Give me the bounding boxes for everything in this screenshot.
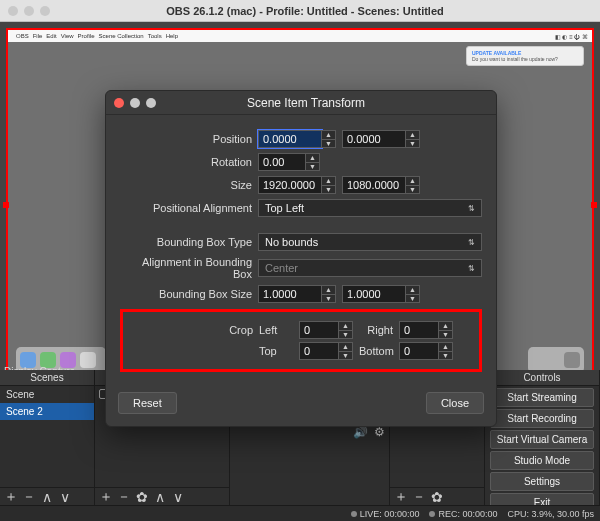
menu-item: Help	[166, 33, 178, 39]
gear-icon[interactable]: ⚙	[374, 425, 385, 439]
stepper-up-icon[interactable]: ▲	[322, 177, 335, 185]
rotation-label: Rotation	[120, 156, 252, 168]
crop-left-input[interactable]	[299, 321, 339, 339]
stepper-up-icon[interactable]: ▲	[439, 343, 452, 351]
start-recording-button[interactable]: Start Recording	[490, 409, 595, 428]
size-h-input[interactable]	[342, 176, 406, 194]
menu-item: View	[61, 33, 74, 39]
crop-bottom-input[interactable]	[399, 342, 439, 360]
scene-item[interactable]: Scene	[0, 386, 94, 403]
start-streaming-button[interactable]: Start Streaming	[490, 388, 595, 407]
crop-right-label: Right	[359, 324, 393, 336]
stepper-up-icon[interactable]: ▲	[339, 322, 352, 330]
positional-alignment-select[interactable]: Top Left⇅	[258, 199, 482, 217]
close-button[interactable]: Close	[426, 392, 484, 414]
live-indicator-icon	[351, 511, 357, 517]
bb-alignment-label: Alignment in Bounding Box	[120, 256, 252, 280]
menu-item: OBS	[16, 33, 29, 39]
bounding-box-type-label: Bounding Box Type	[120, 236, 252, 248]
start-virtual-camera-button[interactable]: Start Virtual Camera	[490, 430, 595, 449]
stepper-up-icon[interactable]: ▲	[439, 322, 452, 330]
combo-value: Center	[265, 262, 298, 274]
stepper-down-icon[interactable]: ▼	[439, 351, 452, 360]
stepper-down-icon[interactable]: ▼	[322, 294, 335, 303]
app-titlebar: OBS 26.1.2 (mac) - Profile: Untitled - S…	[0, 0, 600, 22]
close-window-icon[interactable]	[8, 6, 18, 16]
rec-status: REC: 00:00:00	[429, 509, 497, 519]
positional-alignment-label: Positional Alignment	[120, 202, 252, 214]
stepper-up-icon[interactable]: ▲	[322, 131, 335, 139]
remove-transition-button[interactable]: －	[412, 488, 426, 506]
stepper-down-icon[interactable]: ▼	[322, 185, 335, 194]
stepper-down-icon[interactable]: ▼	[339, 351, 352, 360]
scene-down-button[interactable]: ∨	[58, 489, 72, 505]
stepper-down-icon[interactable]: ▼	[439, 330, 452, 339]
captured-notification: UPDATE AVAILABLE Do you want to install …	[466, 46, 584, 66]
stepper-up-icon[interactable]: ▲	[406, 177, 419, 185]
speaker-icon[interactable]: 🔊	[353, 425, 368, 439]
crop-top-input[interactable]	[299, 342, 339, 360]
crop-right-input[interactable]	[399, 321, 439, 339]
source-up-button[interactable]: ∧	[153, 489, 167, 505]
sources-toolbar: ＋ － ✿ ∧ ∨	[95, 487, 229, 505]
size-label: Size	[120, 179, 252, 191]
live-status: LIVE: 00:00:00	[351, 509, 420, 519]
stepper-down-icon[interactable]: ▼	[406, 185, 419, 194]
studio-mode-button[interactable]: Studio Mode	[490, 451, 595, 470]
stepper-up-icon[interactable]: ▲	[339, 343, 352, 351]
add-scene-button[interactable]: ＋	[4, 488, 18, 506]
scenes-list[interactable]: Scene Scene 2	[0, 386, 94, 487]
crop-highlight-box: Crop Left ▲▼ Right ▲▼ Top ▲▼ Bottom ▲▼	[120, 309, 482, 372]
bounding-box-type-select[interactable]: No bounds⇅	[258, 233, 482, 251]
menu-item: Edit	[46, 33, 56, 39]
resize-handle-left[interactable]	[3, 202, 9, 208]
menu-item: Scene Collection	[99, 33, 144, 39]
bb-size-h-input[interactable]	[342, 285, 406, 303]
stepper-down-icon[interactable]: ▼	[406, 139, 419, 148]
stepper-up-icon[interactable]: ▲	[406, 286, 419, 294]
chevron-updown-icon: ⇅	[468, 238, 475, 247]
remove-scene-button[interactable]: －	[22, 488, 36, 506]
exit-button[interactable]: Exit	[490, 493, 595, 505]
stepper-up-icon[interactable]: ▲	[406, 131, 419, 139]
bb-size-label: Bounding Box Size	[120, 288, 252, 300]
rotation-input[interactable]	[258, 153, 306, 171]
transition-properties-button[interactable]: ✿	[430, 489, 444, 505]
dock-app-icon	[80, 352, 96, 368]
stepper-down-icon[interactable]: ▼	[322, 139, 335, 148]
position-y-input[interactable]	[342, 130, 406, 148]
dialog-titlebar[interactable]: Scene Item Transform	[106, 91, 496, 115]
chevron-updown-icon: ⇅	[468, 204, 475, 213]
settings-button[interactable]: Settings	[490, 472, 595, 491]
menu-item: File	[33, 33, 43, 39]
menu-item: Tools	[148, 33, 162, 39]
add-transition-button[interactable]: ＋	[394, 488, 408, 506]
stepper-down-icon[interactable]: ▼	[406, 294, 419, 303]
stepper-down-icon[interactable]: ▼	[306, 162, 319, 171]
scene-up-button[interactable]: ∧	[40, 489, 54, 505]
size-w-input[interactable]	[258, 176, 322, 194]
stepper-up-icon[interactable]: ▲	[306, 154, 319, 162]
position-x-input[interactable]	[258, 130, 322, 148]
app-title: OBS 26.1.2 (mac) - Profile: Untitled - S…	[18, 5, 592, 17]
remove-source-button[interactable]: －	[117, 488, 131, 506]
source-down-button[interactable]: ∨	[171, 489, 185, 505]
bb-alignment-select: Center⇅	[258, 259, 482, 277]
transitions-toolbar: ＋ － ✿	[390, 487, 484, 505]
crop-bottom-label: Bottom	[359, 345, 393, 357]
stepper-up-icon[interactable]: ▲	[322, 286, 335, 294]
notification-body: Do you want to install the update now?	[472, 56, 578, 62]
bb-size-w-input[interactable]	[258, 285, 322, 303]
stepper-down-icon[interactable]: ▼	[339, 330, 352, 339]
controls-panel: Controls Start Streaming Start Recording…	[485, 370, 600, 505]
scene-item-selected[interactable]: Scene 2	[0, 403, 94, 420]
crop-label: Crop	[131, 324, 253, 336]
resize-handle-right[interactable]	[591, 202, 597, 208]
combo-value: Top Left	[265, 202, 304, 214]
add-source-button[interactable]: ＋	[99, 488, 113, 506]
close-icon[interactable]	[114, 98, 124, 108]
controls-header: Controls	[485, 370, 599, 386]
reset-button[interactable]: Reset	[118, 392, 177, 414]
scenes-panel: Scenes Scene Scene 2 ＋ － ∧ ∨	[0, 370, 95, 505]
source-properties-button[interactable]: ✿	[135, 489, 149, 505]
